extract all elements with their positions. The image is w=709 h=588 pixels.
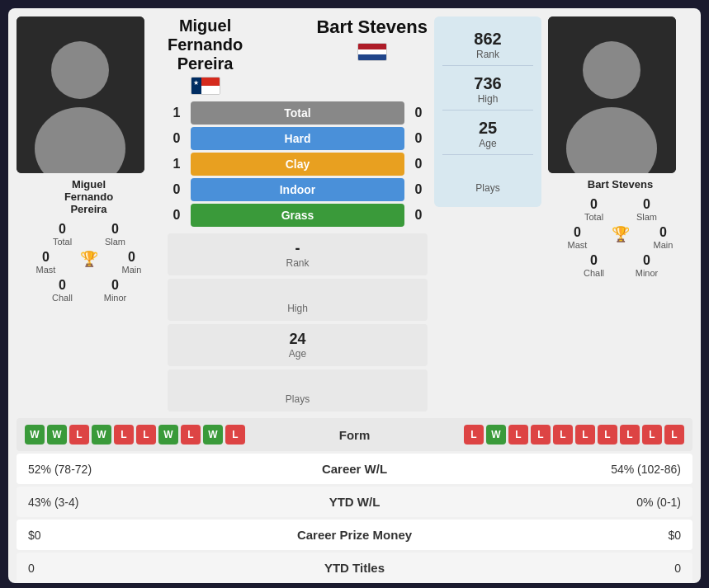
player2-chall: 0 Chall	[570, 253, 619, 278]
form-badge-w: W	[203, 425, 223, 445]
player1-name: Miguel Fernando Pereira	[17, 178, 161, 215]
ytd-wl-row: 43% (3-4) YTD W/L 0% (0-1)	[17, 487, 692, 517]
player1-rank-card: - Rank	[168, 233, 428, 275]
center-panel: Miguel Fernando Pereira ★	[168, 16, 428, 412]
ytd-titles-p1: 0	[28, 562, 264, 575]
player2-form: LWLLLLLLLL	[404, 425, 685, 445]
svg-point-1	[51, 41, 109, 99]
player1-total: 0 Total	[38, 222, 87, 247]
ytd-titles-row: 0 YTD Titles 0	[17, 553, 692, 583]
surface-rows: 1 Total 0 0 Hard 0 1 Clay 0 0 Indoor 0 0…	[168, 101, 428, 227]
player2-rank-block: 862 Rank	[442, 25, 533, 66]
player2-main: 0 Main	[639, 225, 688, 250]
career-wl-row: 52% (78-72) Career W/L 54% (102-86)	[17, 454, 692, 484]
surface-row-total: 1 Total 0	[168, 101, 428, 125]
form-badge-w: W	[25, 425, 45, 445]
career-prize-row: $0 Career Prize Money $0	[17, 520, 692, 550]
surface-row-hard: 0 Hard 0	[168, 127, 428, 150]
player1-minor: 0 Minor	[91, 278, 140, 303]
form-badge-l: L	[508, 425, 528, 445]
form-badge-l: L	[531, 425, 551, 445]
form-badge-w: W	[47, 425, 67, 445]
player1-chall: 0 Chall	[38, 278, 87, 303]
player2-plays-block: Plays	[442, 158, 533, 199]
form-badge-l: L	[225, 425, 245, 445]
trophy-icon-2: 🏆	[612, 225, 630, 243]
form-badge-l: L	[69, 425, 89, 445]
player2-avatar	[548, 16, 676, 173]
player1-form: WWLWLLWLWL	[25, 425, 305, 445]
player2-minor: 0 Minor	[622, 253, 672, 278]
ytd-titles-p2: 0	[446, 562, 682, 575]
ytd-wl-p1: 43% (3-4)	[28, 496, 264, 509]
player2-name-top: Bart Stevens	[316, 16, 428, 38]
career-prize-p2: $0	[446, 529, 682, 542]
form-badge-l: L	[598, 425, 617, 445]
player1-name-header: Miguel Fernando Pereira	[168, 16, 243, 73]
player2-high-block: 736 High	[442, 69, 533, 111]
form-section: WWLWLLWLWL Form LWLLLLLLLL	[17, 418, 692, 451]
svg-point-4	[583, 41, 640, 99]
ytd-titles-label: YTD Titles	[264, 561, 446, 575]
career-prize-p1: $0	[28, 529, 264, 542]
player2-flag	[357, 43, 387, 61]
surface-row-indoor: 0 Indoor 0	[168, 178, 428, 201]
career-prize-label: Career Prize Money	[264, 528, 446, 542]
player2-stats: 0 Total 0 Slam 0 Mast 🏆 0 Main	[548, 197, 692, 278]
trophy-icon: 🏆	[80, 250, 98, 268]
form-badge-w: W	[158, 425, 178, 445]
form-badge-l: L	[620, 425, 640, 445]
player2-name-header-block: Bart Stevens	[316, 16, 428, 61]
player1-slam: 0 Slam	[91, 222, 140, 247]
ytd-wl-label: YTD W/L	[264, 495, 446, 509]
career-wl-p2: 54% (102-86)	[446, 463, 682, 476]
player2-name-col: Bart Stevens	[548, 178, 692, 191]
form-badge-l: L	[181, 425, 201, 445]
surface-row-clay: 1 Clay 0	[168, 153, 428, 176]
form-badge-l: L	[553, 425, 573, 445]
surface-row-grass: 0 Grass 0	[168, 204, 428, 227]
form-label: Form	[305, 428, 404, 442]
player2-right-stats: 862 Rank 736 High 25 Age Plays	[434, 16, 541, 207]
player1-high-card: High	[168, 279, 428, 321]
player1-flag: ★	[191, 77, 220, 95]
form-badge-w: W	[486, 425, 506, 445]
player1-avatar	[17, 16, 144, 173]
form-badge-l: L	[114, 425, 134, 445]
form-badge-l: L	[575, 425, 595, 445]
form-badge-l: L	[136, 425, 156, 445]
form-badge-l: L	[664, 425, 684, 445]
player2-total: 0 Total	[570, 197, 619, 222]
player1-age-card: 24 Age	[168, 324, 428, 366]
career-wl-label: Career W/L	[264, 462, 446, 476]
form-badge-w: W	[92, 425, 111, 445]
career-wl-p1: 52% (78-72)	[28, 463, 264, 476]
player1-column: Miguel Fernando Pereira 0 Total 0 Slam 0…	[17, 16, 161, 303]
form-badge-l: L	[642, 425, 662, 445]
form-badge-l: L	[464, 425, 484, 445]
player2-age-block: 25 Age	[442, 114, 533, 155]
player1-plays-card: Plays	[168, 369, 428, 412]
player1-main: 0 Main	[107, 250, 157, 275]
ytd-wl-p2: 0% (0-1)	[446, 496, 682, 509]
player2-slam: 0 Slam	[622, 197, 672, 222]
player2-column: Bart Stevens 0 Total 0 Slam 0 Mast 🏆	[548, 16, 692, 278]
player2-mast: 0 Mast	[553, 225, 603, 250]
player1-stats: 0 Total 0 Slam 0 Mast 🏆 0 Main	[17, 222, 161, 303]
player1-mast: 0 Mast	[21, 250, 71, 275]
